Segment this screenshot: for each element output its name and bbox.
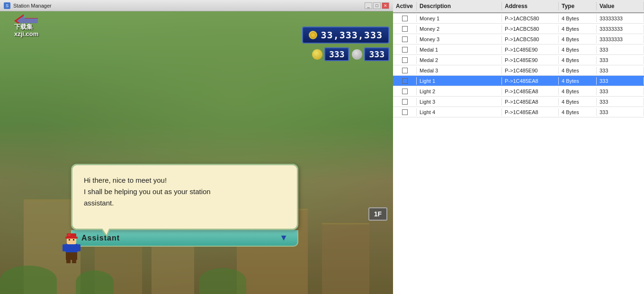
address-cell: P->1ACBC580 (502, 36, 559, 43)
greenery-2 (76, 270, 114, 294)
table-row[interactable]: Medal 2P->1C485E904 Bytes333 (393, 55, 644, 65)
address-cell: P->1C485EA8 (502, 88, 559, 95)
active-cell (393, 88, 417, 95)
address-cell: P->1ACBC580 (502, 15, 559, 22)
table-row[interactable]: Money 1P->1ACBC5804 Bytes33333333 (393, 13, 644, 24)
value-cell: 333 (597, 46, 644, 53)
value-cell: 333 (597, 108, 644, 116)
table-row[interactable]: Light 1P->1C485EA84 Bytes333 (393, 76, 644, 86)
svg-rect-6 (66, 251, 77, 260)
address-cell: P->1C485E90 (502, 67, 559, 74)
dialog-text: Hi there, nice to meet you! I shall be h… (84, 175, 286, 209)
col-description: Description (417, 2, 502, 10)
active-checkbox[interactable] (402, 68, 408, 73)
active-checkbox[interactable] (402, 109, 408, 115)
type-cell: 4 Bytes (559, 98, 597, 106)
svg-rect-9 (77, 244, 80, 251)
dialog-container: Hi there, nice to meet you! I shall be h… (71, 164, 298, 247)
col-address: Address (502, 2, 559, 10)
minimize-button[interactable]: _ (365, 2, 372, 9)
address-cell: P->1C485EA8 (502, 98, 559, 106)
description-cell: Medal 2 (417, 56, 502, 64)
cheat-table: Active Description Address Type Value Mo… (393, 0, 644, 294)
active-cell (393, 67, 417, 74)
table-row[interactable]: Money 3P->1ACBC5804 Bytes33333333 (393, 34, 644, 45)
table-row[interactable]: Money 2P->1ACBC5804 Bytes33333333 (393, 24, 644, 34)
dialog-arrow-icon: ▼ (279, 233, 288, 243)
active-checkbox[interactable] (402, 78, 408, 84)
active-checkbox[interactable] (402, 89, 408, 94)
value-cell: 33333333 (597, 25, 644, 33)
cheat-table-header: Active Description Address Type Value (393, 0, 644, 13)
greenery-3 (199, 268, 246, 294)
active-checkbox[interactable] (402, 57, 408, 63)
greenery-1 (0, 266, 57, 294)
watermark-arrow-icon (14, 14, 38, 23)
value-cell: 333 (597, 98, 644, 106)
active-checkbox[interactable] (402, 16, 408, 21)
active-checkbox[interactable] (402, 36, 408, 42)
game-window: S Station Manager _ □ ✕ 下载集 (0, 0, 393, 294)
table-row[interactable]: Light 2P->1C485EA84 Bytes333 (393, 86, 644, 97)
gold-token-icon (312, 49, 322, 60)
type-cell: 4 Bytes (559, 88, 597, 95)
gold-token-amount: 333 (324, 47, 349, 61)
svg-rect-7 (65, 244, 78, 252)
type-cell: 4 Bytes (559, 67, 597, 74)
maximize-button[interactable]: □ (373, 2, 381, 9)
coin-svg (310, 32, 316, 38)
window-title: Station Manager (13, 3, 52, 9)
address-cell: P->1C485E90 (502, 56, 559, 64)
active-checkbox[interactable] (402, 26, 408, 32)
col-type: Type (559, 2, 597, 10)
title-bar: S Station Manager _ □ ✕ (0, 0, 393, 11)
active-cell (393, 98, 417, 106)
dialog-line1: Hi there, nice to meet you! (84, 176, 167, 184)
svg-rect-8 (63, 244, 66, 251)
table-row[interactable]: Medal 3P->1C485E904 Bytes333 (393, 65, 644, 76)
svg-rect-13 (73, 239, 74, 241)
active-cell (393, 36, 417, 43)
value-cell: 333 (597, 77, 644, 85)
value-cell: 333 (597, 56, 644, 64)
table-row[interactable]: Light 3P->1C485EA84 Bytes333 (393, 97, 644, 107)
table-row[interactable]: Light 4P->1C485EA84 Bytes333 (393, 107, 644, 117)
type-cell: 4 Bytes (559, 36, 597, 43)
description-cell: Money 3 (417, 36, 502, 43)
type-cell: 4 Bytes (559, 15, 597, 22)
svg-rect-5 (72, 259, 76, 263)
watermark-line1: 下载集 (14, 23, 33, 30)
character-sprite (62, 233, 81, 266)
svg-rect-16 (68, 234, 71, 236)
table-row[interactable]: Medal 1P->1C485E904 Bytes333 (393, 45, 644, 55)
address-cell: P->1C485EA8 (502, 108, 559, 116)
type-cell: 4 Bytes (559, 25, 597, 33)
token-bar: 333 333 (312, 47, 389, 61)
close-button[interactable]: ✕ (382, 2, 389, 9)
watermark: 下载集 xzji.com (14, 14, 90, 38)
type-cell: 4 Bytes (559, 108, 597, 116)
type-cell: 4 Bytes (559, 77, 597, 85)
svg-point-3 (311, 33, 315, 37)
active-cell (393, 25, 417, 33)
col-value: Value (597, 2, 644, 10)
watermark-logo: 下载集 xzji.com (14, 14, 90, 38)
coin-icon (309, 31, 317, 39)
active-cell (393, 15, 417, 22)
silver-token-amount: 333 (364, 47, 389, 61)
watermark-line2: xzji.com (14, 30, 38, 37)
svg-rect-12 (69, 239, 70, 241)
description-cell: Light 4 (417, 108, 502, 116)
active-checkbox[interactable] (402, 47, 408, 53)
description-cell: Money 2 (417, 25, 502, 33)
active-cell (393, 108, 417, 116)
description-cell: Medal 3 (417, 67, 502, 74)
active-cell (393, 46, 417, 53)
description-cell: Money 1 (417, 15, 502, 22)
value-cell: 33333333 (597, 36, 644, 43)
floor-indicator: 1F (368, 207, 387, 221)
active-checkbox[interactable] (402, 99, 408, 105)
value-cell: 333 (597, 88, 644, 95)
active-cell (393, 56, 417, 64)
address-cell: P->1C485E90 (502, 46, 559, 53)
